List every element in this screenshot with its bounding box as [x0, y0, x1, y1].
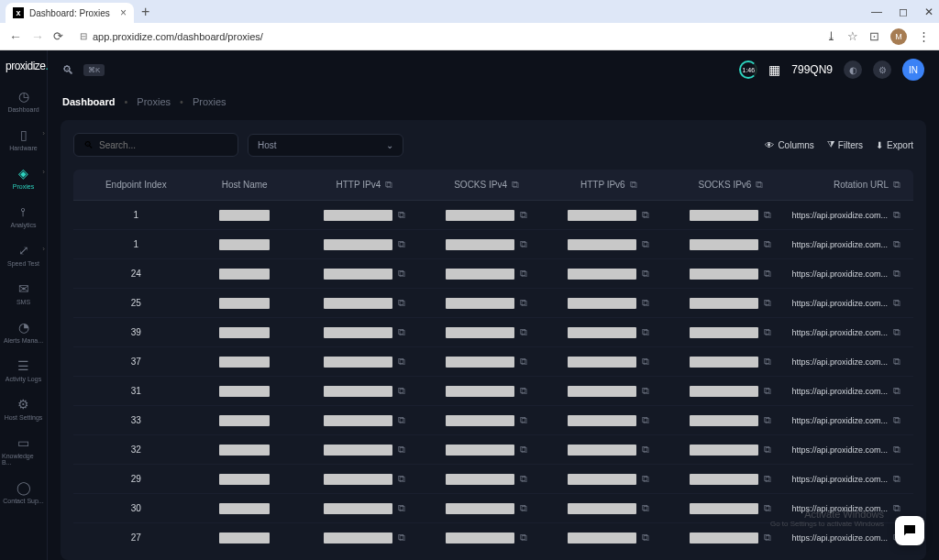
copy-icon[interactable]: ⧉ [398, 532, 405, 544]
copy-icon[interactable]: ⧉ [398, 444, 405, 456]
copy-icon[interactable]: ⧉ [764, 238, 771, 250]
copy-icon[interactable]: ⧉ [893, 297, 900, 309]
sidebar-item-dashboard[interactable]: ◷Dashboard [0, 82, 47, 120]
site-info-icon[interactable]: ⊟ [80, 31, 87, 41]
copy-icon[interactable]: ⧉ [642, 385, 649, 397]
copy-icon[interactable]: ⧉ [764, 268, 771, 280]
copy-icon[interactable]: ⧉ [642, 297, 649, 309]
close-window-button[interactable]: ✕ [924, 5, 933, 18]
th-host-name[interactable]: Host Name [186, 180, 304, 190]
copy-icon[interactable]: ⧉ [398, 356, 405, 368]
copy-icon[interactable]: ⧉ [764, 532, 771, 544]
browser-profile-avatar[interactable]: M [890, 28, 907, 45]
sidebar-item-speedtest[interactable]: ⤢Speed Test› [0, 236, 47, 274]
copy-icon[interactable]: ⧉ [398, 502, 405, 514]
th-http-ipv6[interactable]: HTTP IPv6⧉ [547, 179, 669, 191]
settings-icon[interactable]: ⚙ [873, 60, 891, 79]
copy-icon[interactable]: ⧉ [764, 444, 771, 456]
copy-icon[interactable]: ⧉ [642, 268, 649, 280]
copy-icon[interactable]: ⧉ [642, 209, 649, 221]
copy-icon[interactable]: ⧉ [642, 532, 649, 544]
copy-icon[interactable]: ⧉ [764, 502, 771, 514]
back-button[interactable]: ← [9, 29, 22, 44]
browser-tab[interactable]: x Dashboard: Proxies × [6, 3, 134, 23]
copy-icon[interactable]: ⧉ [398, 326, 405, 338]
th-http-ipv4[interactable]: HTTP IPv4⧉ [304, 179, 425, 191]
copy-icon[interactable]: ⧉ [764, 385, 771, 397]
copy-icon[interactable]: ⧉ [893, 444, 900, 456]
columns-button[interactable]: 👁 Columns [765, 139, 813, 150]
sidebar-item-alertsmana[interactable]: ◔Alerts Mana... [0, 313, 47, 351]
export-button[interactable]: ⬇ Export [876, 139, 913, 150]
copy-icon[interactable]: ⧉ [398, 209, 405, 221]
copy-icon[interactable]: ⧉ [642, 414, 649, 426]
user-avatar[interactable]: IN [902, 59, 924, 81]
copy-icon[interactable]: ⧉ [764, 473, 771, 485]
global-search-icon[interactable]: 🔍︎ [62, 63, 74, 77]
maximize-button[interactable]: ◻ [899, 5, 908, 18]
copy-icon[interactable]: ⧉ [893, 356, 900, 368]
breadcrumb-root[interactable]: Dashboard [62, 96, 115, 107]
extensions-icon[interactable]: ⊡ [869, 29, 879, 43]
copy-icon[interactable]: ⧉ [893, 179, 900, 191]
table-row[interactable]: 24⧉⧉⧉⧉https://api.proxidize.com...⧉ [73, 259, 913, 289]
close-icon[interactable]: × [120, 6, 127, 19]
address-bar[interactable]: ⊟ app.proxidize.com/dashboard/proxies/ [72, 31, 817, 42]
copy-icon[interactable]: ⧉ [398, 238, 405, 250]
sidebar-item-knowledgeb[interactable]: ▭Knowledge B... [0, 428, 47, 473]
copy-icon[interactable]: ⧉ [893, 326, 900, 338]
copy-icon[interactable]: ⧉ [764, 356, 771, 368]
th-socks-ipv6[interactable]: SOCKS IPv6⧉ [669, 179, 791, 191]
new-tab-button[interactable]: + [141, 4, 149, 20]
copy-icon[interactable]: ⧉ [520, 209, 527, 221]
search-field[interactable] [99, 140, 228, 150]
copy-icon[interactable]: ⧉ [642, 356, 649, 368]
copy-icon[interactable]: ⧉ [398, 473, 405, 485]
copy-icon[interactable]: ⧉ [398, 297, 405, 309]
copy-icon[interactable]: ⧉ [764, 414, 771, 426]
copy-icon[interactable]: ⧉ [385, 179, 392, 191]
copy-icon[interactable]: ⧉ [630, 179, 637, 191]
forward-button[interactable]: → [31, 29, 44, 44]
minimize-button[interactable]: — [871, 5, 882, 18]
table-row[interactable]: 27⧉⧉⧉⧉https://api.proxidize.com...⧉ [73, 523, 913, 547]
copy-icon[interactable]: ⧉ [642, 502, 649, 514]
copy-icon[interactable]: ⧉ [520, 473, 527, 485]
copy-icon[interactable]: ⧉ [764, 209, 771, 221]
copy-icon[interactable]: ⧉ [893, 473, 900, 485]
install-app-icon[interactable]: ⤓ [826, 29, 836, 43]
copy-icon[interactable]: ⧉ [520, 502, 527, 514]
copy-icon[interactable]: ⧉ [764, 326, 771, 338]
copy-icon[interactable]: ⧉ [893, 502, 900, 514]
copy-icon[interactable]: ⧉ [642, 326, 649, 338]
chat-widget[interactable] [895, 516, 924, 545]
host-select[interactable]: Host ⌄ [248, 134, 403, 157]
copy-icon[interactable]: ⧉ [893, 414, 900, 426]
copy-icon[interactable]: ⧉ [520, 326, 527, 338]
qr-icon[interactable]: ▦ [768, 62, 780, 77]
copy-icon[interactable]: ⧉ [398, 268, 405, 280]
table-row[interactable]: 31⧉⧉⧉⧉https://api.proxidize.com...⧉ [73, 377, 913, 406]
th-endpoint-index[interactable]: Endpoint Index [86, 180, 186, 190]
breadcrumb-item[interactable]: Proxies [137, 96, 171, 107]
copy-icon[interactable]: ⧉ [756, 179, 763, 191]
copy-icon[interactable]: ⧉ [398, 385, 405, 397]
browser-menu-icon[interactable]: ⋮ [918, 29, 930, 43]
filters-button[interactable]: ⧩ Filters [827, 139, 863, 150]
copy-icon[interactable]: ⧉ [893, 238, 900, 250]
table-row[interactable]: 32⧉⧉⧉⧉https://api.proxidize.com...⧉ [73, 435, 913, 465]
table-row[interactable]: 33⧉⧉⧉⧉https://api.proxidize.com...⧉ [73, 406, 913, 435]
copy-icon[interactable]: ⧉ [512, 179, 519, 191]
bookmark-icon[interactable]: ☆ [847, 29, 858, 43]
table-row[interactable]: 30⧉⧉⧉⧉https://api.proxidize.com...⧉ [73, 494, 913, 523]
sidebar-item-proxies[interactable]: ◈Proxies› [0, 159, 47, 197]
table-row[interactable]: 37⧉⧉⧉⧉https://api.proxidize.com...⧉ [73, 347, 913, 377]
copy-icon[interactable]: ⧉ [893, 268, 900, 280]
th-socks-ipv4[interactable]: SOCKS IPv4⧉ [425, 179, 547, 191]
copy-icon[interactable]: ⧉ [520, 268, 527, 280]
copy-icon[interactable]: ⧉ [642, 473, 649, 485]
copy-icon[interactable]: ⧉ [520, 385, 527, 397]
copy-icon[interactable]: ⧉ [642, 444, 649, 456]
copy-icon[interactable]: ⧉ [520, 414, 527, 426]
sidebar-item-hostsettings[interactable]: ⚙Host Settings [0, 390, 47, 428]
